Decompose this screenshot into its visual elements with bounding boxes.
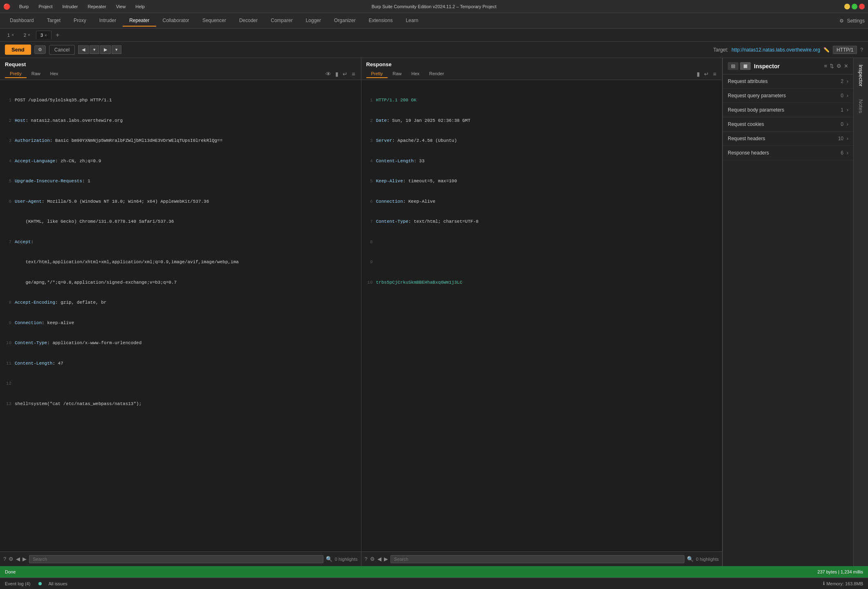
nav-tab-decoder[interactable]: Decoder xyxy=(233,15,264,27)
nav-tab-sequencer[interactable]: Sequencer xyxy=(196,15,233,27)
inspector-req-headers-count: 10 xyxy=(838,136,843,141)
response-code-area[interactable]: 1HTTP/1.1 200 OK 2Date: Sun, 19 Jan 2025… xyxy=(361,80,722,551)
add-tab-button[interactable]: + xyxy=(53,31,62,39)
side-rail: Inspector Notes xyxy=(853,58,868,566)
request-tab-hex[interactable]: Hex xyxy=(45,70,63,78)
nav-tab-comparer[interactable]: Comparer xyxy=(264,15,299,27)
resp-help-icon[interactable]: ? xyxy=(365,556,368,562)
response-tab-pretty[interactable]: Pretty xyxy=(366,70,388,78)
send-button[interactable]: Send xyxy=(5,45,31,55)
prev-dropdown[interactable]: ▾ xyxy=(90,45,99,54)
nav-tab-extensions[interactable]: Extensions xyxy=(362,15,399,27)
menu-help[interactable]: Help xyxy=(133,3,147,10)
http-help-icon[interactable]: ? xyxy=(860,47,863,53)
tab-1-close[interactable]: × xyxy=(11,33,14,37)
hide-icon[interactable]: 👁 xyxy=(325,70,332,78)
inspector-row-req-body[interactable]: Request body parameters 1 › xyxy=(723,103,853,117)
side-rail-notes[interactable]: Notes xyxy=(856,96,866,116)
menu-view[interactable]: View xyxy=(114,3,128,10)
inspector-row-req-attrs[interactable]: Request attributes 2 › xyxy=(723,74,853,89)
cancel-button[interactable]: Cancel xyxy=(49,45,75,55)
next-dropdown[interactable]: ▾ xyxy=(112,45,121,54)
resp-format-icon[interactable]: ▮ xyxy=(696,70,701,78)
inspector-view-toggle-1[interactable]: ▤ xyxy=(728,62,738,70)
response-tab-raw[interactable]: Raw xyxy=(388,70,406,78)
inspector-row-resp-headers[interactable]: Response headers 6 › xyxy=(723,146,853,160)
response-tab-hex[interactable]: Hex xyxy=(406,70,424,78)
req-line-8: 7Accept: xyxy=(3,239,358,246)
request-panel-header: Request Pretty Raw Hex 👁 ▮ ↵ ≡ xyxy=(0,58,361,80)
inspector-split-icon[interactable]: ⇅ xyxy=(830,63,834,69)
inspector-icons: ≡ ⇅ ⚙ ✕ xyxy=(824,63,848,69)
nav-tab-logger[interactable]: Logger xyxy=(299,15,327,27)
edit-target-icon[interactable]: ✏️ xyxy=(823,47,830,53)
request-search-button[interactable]: 🔍 xyxy=(326,556,332,562)
minimize-button[interactable] xyxy=(844,4,850,9)
req-settings-icon[interactable]: ⚙ xyxy=(9,556,13,562)
response-search-input[interactable] xyxy=(390,555,685,563)
tab-2-close[interactable]: × xyxy=(28,33,30,37)
req-prev-icon[interactable]: ◀ xyxy=(16,556,20,562)
close-button[interactable] xyxy=(859,4,865,9)
inspector-close-icon[interactable]: ✕ xyxy=(844,63,848,69)
resp-settings-icon[interactable]: ⚙ xyxy=(370,556,375,562)
send-options-button[interactable]: ⚙ xyxy=(34,45,46,54)
all-issues-label[interactable]: All issues xyxy=(48,581,67,586)
nav-tab-intruder[interactable]: Intruder xyxy=(93,15,123,27)
menu-project[interactable]: Project xyxy=(36,3,55,10)
event-log-label[interactable]: Event log (4) xyxy=(5,581,30,586)
nav-tab-target[interactable]: Target xyxy=(40,15,67,27)
window-controls xyxy=(844,4,865,9)
repeater-tab-1[interactable]: 1 × xyxy=(3,31,18,39)
repeater-tab-3[interactable]: 3 × xyxy=(36,31,52,39)
resp-line-6: 6Connection: Keep-Alive xyxy=(365,198,719,205)
resp-prev-icon[interactable]: ◀ xyxy=(377,556,381,562)
resp-wrap-icon[interactable]: ↵ xyxy=(703,70,710,78)
window-title: Burp Suite Community Edition v2024.11.2 … xyxy=(372,4,497,9)
inspector-row-req-cookies[interactable]: Request cookies 0 › xyxy=(723,117,853,132)
inspector-row-req-headers[interactable]: Request headers 10 › xyxy=(723,132,853,146)
response-tab-render[interactable]: Render xyxy=(424,70,449,78)
resp-line-7: 7Content-Type: text/html; charset=UTF-8 xyxy=(365,218,719,225)
tab-3-label: 3 xyxy=(40,33,43,38)
side-rail-inspector[interactable]: Inspector xyxy=(856,61,866,90)
menu-intruder[interactable]: Intruder xyxy=(60,3,81,10)
http-version-selector[interactable]: HTTP/1 xyxy=(833,46,857,54)
history-nav: ◀ ▾ ▶ ▾ xyxy=(78,45,121,54)
toolbar: Send ⚙ Cancel ◀ ▾ ▶ ▾ Target: http://nat… xyxy=(0,42,868,58)
nav-tab-collaborator[interactable]: Collaborator xyxy=(156,15,196,27)
request-tab-raw[interactable]: Raw xyxy=(27,70,45,78)
menu-repeater[interactable]: Repeater xyxy=(85,3,108,10)
nav-tab-repeater[interactable]: Repeater xyxy=(123,15,156,27)
inspector-view-toggle-2[interactable]: ▦ xyxy=(740,62,751,70)
request-search-input[interactable] xyxy=(29,555,323,563)
inspector-req-body-label: Request body parameters xyxy=(728,107,841,113)
nav-tab-learn[interactable]: Learn xyxy=(399,15,425,27)
nav-tab-dashboard[interactable]: Dashboard xyxy=(3,15,40,27)
repeater-tab-2[interactable]: 2 × xyxy=(20,31,34,39)
target-url[interactable]: http://natas12.natas.labs.overthewire.or… xyxy=(731,47,820,53)
request-tab-pretty[interactable]: Pretty xyxy=(5,70,27,78)
resp-more-icon[interactable]: ≡ xyxy=(712,70,717,78)
inspector-settings-icon[interactable]: ⚙ xyxy=(837,63,841,69)
nav-bar: Dashboard Target Proxy Intruder Repeater… xyxy=(0,13,868,29)
inspector-list-icon[interactable]: ≡ xyxy=(824,63,827,69)
nav-tab-organizer[interactable]: Organizer xyxy=(327,15,362,27)
wrap-icon[interactable]: ↵ xyxy=(342,70,348,78)
inspector-row-req-query[interactable]: Request query parameters 0 › xyxy=(723,89,853,103)
resp-line-5: 5Keep-Alive: timeout=5, max=100 xyxy=(365,178,719,185)
nav-tab-proxy[interactable]: Proxy xyxy=(67,15,93,27)
menu-burp[interactable]: Burp xyxy=(17,3,31,10)
response-search-button[interactable]: 🔍 xyxy=(687,556,693,562)
request-code-area[interactable]: 1POST /upload/5ylolskq35.php HTTP/1.1 2H… xyxy=(0,80,361,551)
maximize-button[interactable] xyxy=(852,4,857,9)
req-help-icon[interactable]: ? xyxy=(3,556,6,562)
tab-3-close[interactable]: × xyxy=(45,33,47,38)
resp-next-icon[interactable]: ▶ xyxy=(384,556,388,562)
format-icon[interactable]: ▮ xyxy=(334,70,339,78)
prev-button[interactable]: ◀ xyxy=(78,45,89,54)
req-next-icon[interactable]: ▶ xyxy=(22,556,27,562)
settings-button[interactable]: ⚙ Settings xyxy=(839,18,865,24)
more-icon[interactable]: ≡ xyxy=(351,70,356,78)
next-button[interactable]: ▶ xyxy=(100,45,111,54)
